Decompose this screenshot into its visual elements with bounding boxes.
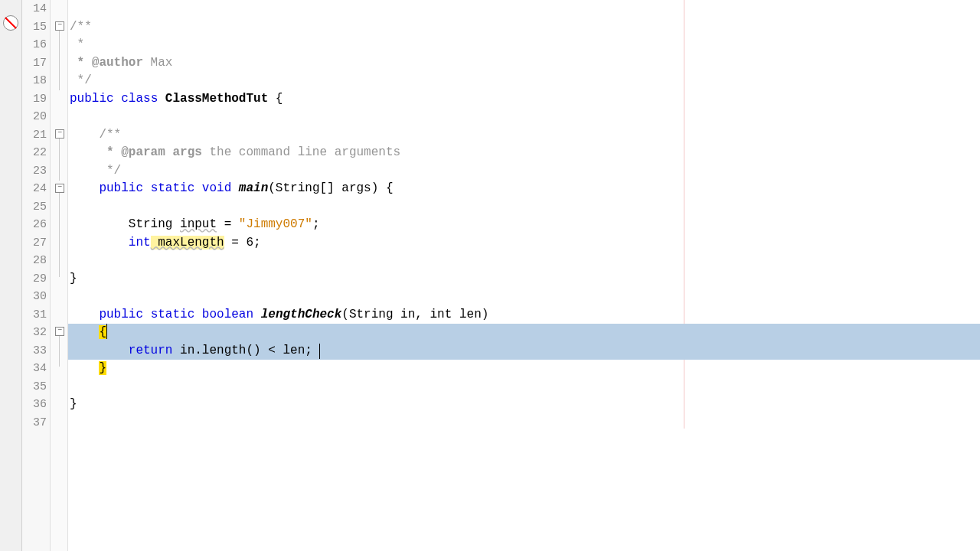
line-number[interactable]: 27 (22, 234, 50, 253)
comment-close: */ (99, 164, 121, 178)
line-number[interactable]: 26 (22, 216, 50, 234)
line-number[interactable]: 16 (22, 36, 50, 54)
code-line-27[interactable]: int maxLength = 6; (68, 234, 980, 253)
code-text: in.length() < len; (172, 344, 312, 357)
method-name: main (239, 181, 268, 195)
brace-highlight: { (99, 325, 106, 339)
keyword: public (70, 92, 114, 106)
code-line-20[interactable] (68, 108, 980, 126)
keyword: boolean (202, 308, 253, 321)
glyph-margin (0, 0, 22, 551)
line-number[interactable]: 36 (22, 396, 50, 414)
keyword: public (99, 181, 143, 195)
fold-toggle-icon[interactable]: − (55, 129, 64, 139)
brace: } (70, 272, 77, 285)
code-line-30[interactable] (68, 288, 980, 306)
line-number[interactable]: 20 (22, 108, 50, 126)
code-line-33[interactable]: return in.length() < len; (68, 342, 980, 360)
code-line-31[interactable]: public static boolean lengthCheck(String… (68, 306, 980, 324)
code-line-26[interactable]: String input = "Jimmy007"; (68, 216, 980, 234)
code-line-19[interactable]: public class ClassMethodTut { (68, 90, 980, 109)
variable-name: input (180, 217, 217, 231)
method-name: lengthCheck (261, 308, 342, 321)
fold-toggle-icon[interactable]: − (55, 184, 64, 193)
variable-name: maxLength (151, 236, 224, 249)
code-line-23[interactable]: */ (68, 162, 980, 181)
brace: } (70, 397, 77, 411)
line-number[interactable]: 21 (22, 126, 50, 145)
line-number[interactable]: 32 (22, 324, 50, 342)
line-number[interactable]: 34 (22, 360, 50, 378)
editor-container: 14 15 16 17 18 19 20 21 22 23 24 25 26 2… (0, 0, 980, 551)
fold-toggle-icon[interactable]: − (55, 327, 64, 336)
keyword: static (151, 308, 195, 321)
code-line-25[interactable] (68, 198, 980, 217)
text-cursor-icon (319, 344, 320, 359)
line-number[interactable]: 22 (22, 144, 50, 162)
line-number[interactable]: 18 (22, 72, 50, 90)
caret-icon (106, 324, 107, 339)
comment: * (70, 37, 84, 51)
keyword: public (99, 308, 143, 321)
string-literal: "Jimmy007" (239, 217, 312, 231)
javadoc-tag: * @param (99, 145, 165, 159)
line-number[interactable]: 37 (22, 414, 50, 432)
code-text: = 6; (224, 236, 261, 249)
line-number[interactable]: 14 (22, 0, 50, 18)
fold-line (59, 31, 60, 90)
keyword: class (121, 92, 158, 106)
code-line-32[interactable]: { (68, 324, 980, 342)
line-number[interactable]: 25 (22, 198, 50, 217)
javadoc-value: Max (143, 56, 172, 70)
fold-line (59, 139, 60, 181)
brace: { (268, 92, 283, 106)
line-number[interactable]: 31 (22, 306, 50, 324)
keyword: int (129, 236, 151, 249)
fold-toggle-icon[interactable]: − (55, 21, 64, 31)
line-number[interactable]: 24 (22, 180, 50, 198)
method-signature: (String[] args) { (268, 181, 393, 195)
code-line-28[interactable] (68, 252, 980, 270)
type: String (129, 217, 180, 231)
operator: = (217, 217, 239, 231)
fold-line (59, 336, 60, 367)
line-number[interactable]: 33 (22, 342, 50, 360)
line-number[interactable]: 17 (22, 54, 50, 73)
code-line-21[interactable]: /** (68, 126, 980, 145)
error-glyph-icon (3, 15, 18, 31)
code-line-36[interactable]: } (68, 396, 980, 414)
code-line-34[interactable]: } (68, 360, 980, 378)
comment-open: /** (99, 128, 121, 142)
comment-open: /** (70, 20, 92, 34)
code-line-16[interactable]: * (68, 36, 980, 54)
code-editor[interactable]: /** * * @author Max */ public class Clas… (68, 0, 980, 551)
keyword: return (129, 344, 173, 357)
line-number[interactable]: 30 (22, 288, 50, 306)
fold-line (59, 193, 60, 277)
code-line-17[interactable]: * @author Max (68, 54, 980, 73)
semicolon: ; (312, 217, 320, 231)
code-line-15[interactable]: /** (68, 18, 980, 37)
code-line-29[interactable]: } (68, 270, 980, 289)
code-line-18[interactable]: */ (68, 72, 980, 90)
keyword: static (151, 181, 195, 195)
line-number[interactable]: 15 (22, 18, 50, 37)
code-line-14[interactable] (68, 0, 980, 18)
method-signature: (String in, int len) (341, 308, 488, 321)
code-line-37[interactable] (68, 414, 980, 432)
line-number-gutter[interactable]: 14 15 16 17 18 19 20 21 22 23 24 25 26 2… (22, 0, 51, 551)
javadoc-param-name: args (165, 145, 202, 159)
code-line-35[interactable] (68, 378, 980, 396)
brace-highlight: } (99, 361, 106, 375)
javadoc-tag: * @author (70, 56, 143, 70)
line-number[interactable]: 28 (22, 252, 50, 270)
line-number[interactable]: 29 (22, 270, 50, 289)
line-number[interactable]: 35 (22, 378, 50, 396)
code-line-24[interactable]: public static void main(String[] args) { (68, 180, 980, 198)
keyword: void (202, 181, 231, 195)
line-number[interactable]: 19 (22, 90, 50, 109)
javadoc-desc: the command line arguments (202, 145, 400, 159)
code-line-22[interactable]: * @param args the command line arguments (68, 144, 980, 162)
line-number[interactable]: 23 (22, 162, 50, 181)
fold-gutter[interactable]: − − − − (51, 0, 68, 551)
